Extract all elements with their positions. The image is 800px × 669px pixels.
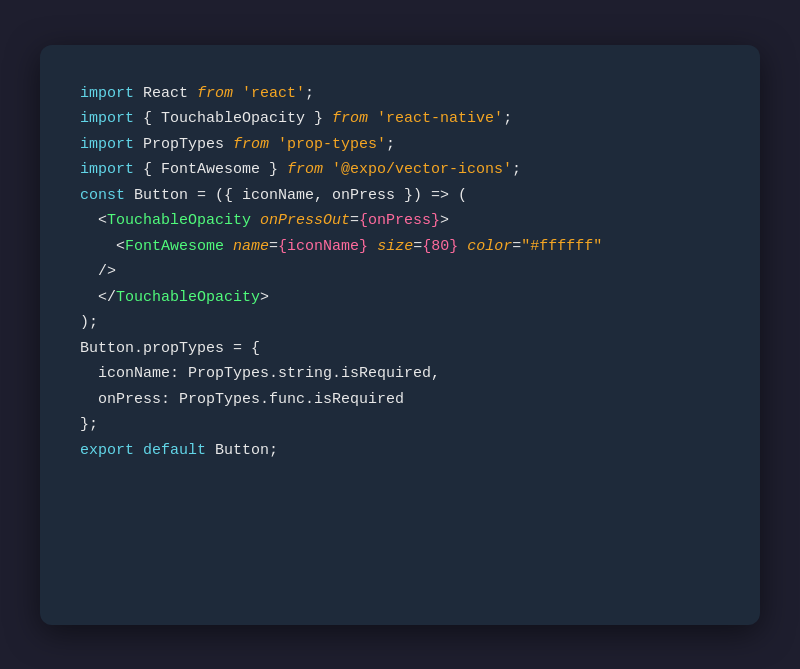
code-token: ; (512, 161, 521, 178)
code-line: Button.propTypes = { (80, 336, 720, 362)
code-token: {onPress} (359, 212, 440, 229)
code-token: ; (305, 85, 314, 102)
code-token (323, 161, 332, 178)
code-token: </ (80, 289, 116, 306)
code-token: iconName: PropTypes.string.isRequired, (80, 365, 440, 382)
code-line: }; (80, 412, 720, 438)
code-token: const (80, 187, 125, 204)
code-token (251, 212, 260, 229)
code-token: name (233, 238, 269, 255)
code-token: onPressOut (260, 212, 350, 229)
code-token: {iconName} (278, 238, 368, 255)
code-token: TouchableOpacity (116, 289, 260, 306)
code-line: import { FontAwesome } from '@expo/vecto… (80, 157, 720, 183)
code-token: default (143, 442, 206, 459)
code-line: <FontAwesome name={iconName} size={80} c… (80, 234, 720, 260)
code-token: color (467, 238, 512, 255)
code-token: > (260, 289, 269, 306)
code-token: import (80, 136, 134, 153)
code-line: export default Button; (80, 438, 720, 464)
code-token: from (197, 85, 233, 102)
code-line: const Button = ({ iconName, onPress }) =… (80, 183, 720, 209)
code-token: TouchableOpacity (107, 212, 251, 229)
code-token: import (80, 85, 134, 102)
code-token: '@expo/vector-icons' (332, 161, 512, 178)
code-token (224, 238, 233, 255)
code-token: size (377, 238, 413, 255)
code-line: import { TouchableOpacity } from 'react-… (80, 106, 720, 132)
code-line: onPress: PropTypes.func.isRequired (80, 387, 720, 413)
code-token: = (350, 212, 359, 229)
code-token: ); (80, 314, 98, 331)
code-token (368, 238, 377, 255)
code-token: from (287, 161, 323, 178)
code-token: < (80, 238, 125, 255)
code-token: /> (80, 263, 116, 280)
code-token: "#ffffff" (521, 238, 602, 255)
code-token: 'prop-types' (278, 136, 386, 153)
code-token: from (233, 136, 269, 153)
code-token: Button.propTypes = { (80, 340, 260, 357)
code-token: = (269, 238, 278, 255)
code-line: iconName: PropTypes.string.isRequired, (80, 361, 720, 387)
code-token: Button; (206, 442, 278, 459)
code-token: FontAwesome (125, 238, 224, 255)
code-token: 'react-native' (377, 110, 503, 127)
code-token (458, 238, 467, 255)
code-token: onPress: PropTypes.func.isRequired (80, 391, 404, 408)
code-token (368, 110, 377, 127)
code-line: import PropTypes from 'prop-types'; (80, 132, 720, 158)
code-token: from (332, 110, 368, 127)
code-token: { FontAwesome } (134, 161, 287, 178)
code-line: ); (80, 310, 720, 336)
code-token (134, 442, 143, 459)
code-token: > (440, 212, 449, 229)
code-line: import React from 'react'; (80, 81, 720, 107)
code-token: ; (386, 136, 395, 153)
code-token: = (413, 238, 422, 255)
code-token: import (80, 110, 134, 127)
code-token: 'react' (242, 85, 305, 102)
code-editor: import React from 'react';import { Touch… (40, 45, 760, 625)
code-token (233, 85, 242, 102)
code-token: {80} (422, 238, 458, 255)
code-token: PropTypes (134, 136, 233, 153)
code-token: React (134, 85, 197, 102)
code-content: import React from 'react';import { Touch… (80, 81, 720, 464)
code-token: { TouchableOpacity } (134, 110, 332, 127)
code-token: }; (80, 416, 98, 433)
code-token: import (80, 161, 134, 178)
code-token: = (512, 238, 521, 255)
code-token: < (80, 212, 107, 229)
code-line: /> (80, 259, 720, 285)
code-token: ; (503, 110, 512, 127)
code-line: </TouchableOpacity> (80, 285, 720, 311)
code-line: <TouchableOpacity onPressOut={onPress}> (80, 208, 720, 234)
code-token (269, 136, 278, 153)
code-token: export (80, 442, 134, 459)
code-token: Button = ({ iconName, onPress }) => ( (125, 187, 467, 204)
